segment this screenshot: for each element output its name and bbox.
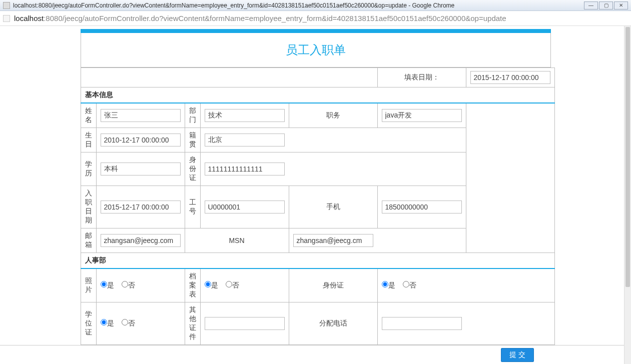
other-cert-input[interactable] xyxy=(205,317,285,330)
submit-button[interactable]: 提 交 xyxy=(501,348,534,362)
radio-yes-label: 是 xyxy=(107,319,114,327)
section-hr: 人事部 xyxy=(81,253,554,269)
idcard2-radio-group: 是 否 xyxy=(377,268,554,302)
radio-yes-label: 是 xyxy=(107,281,114,289)
label-idcard2: 身份证 xyxy=(289,268,377,302)
fill-date-input[interactable] xyxy=(470,71,550,84)
window-title: localhost:8080/jeecg/autoFormController.… xyxy=(13,2,454,9)
fill-date-cell xyxy=(466,68,554,88)
degree-no-radio[interactable] xyxy=(122,319,128,326)
radio-no-label: 否 xyxy=(409,281,416,289)
url-host: localhost xyxy=(14,14,44,22)
window-titlebar: localhost:8080/jeecg/autoFormController.… xyxy=(0,0,631,11)
radio-yes-label: 是 xyxy=(211,281,218,289)
photo-radio-group: 是 否 xyxy=(96,268,185,302)
dept-input[interactable] xyxy=(205,109,285,122)
idcard-input[interactable] xyxy=(205,162,285,176)
window-favicon xyxy=(3,2,10,9)
label-photo: 照片 xyxy=(81,268,96,302)
label-other-cert: 其他证件 xyxy=(185,302,200,345)
label-duty: 职务 xyxy=(289,103,377,128)
fill-date-label: 填表日期： xyxy=(377,68,466,88)
label-name: 姓名 xyxy=(81,103,96,128)
label-emp-no: 工号 xyxy=(185,186,200,228)
radio-no-label: 否 xyxy=(128,319,135,327)
photo-area xyxy=(466,103,554,253)
radio-no-label: 否 xyxy=(128,281,135,289)
assign-phone-input[interactable] xyxy=(382,317,462,330)
label-assign-phone: 分配电话 xyxy=(289,302,377,345)
page-icon xyxy=(3,15,10,22)
label-native: 籍贯 xyxy=(185,128,200,152)
degree-yes-radio[interactable] xyxy=(101,319,107,326)
radio-yes-label: 是 xyxy=(388,281,395,289)
radio-no-label: 否 xyxy=(232,281,239,289)
label-mobile: 手机 xyxy=(289,186,377,228)
browser-addressbar[interactable]: localhost:8080/jeecg/autoFormController.… xyxy=(0,11,631,26)
duty-input[interactable] xyxy=(382,109,462,122)
url-rest: :8080/jeecg/autoFormController.do?viewCo… xyxy=(44,14,506,22)
label-archive: 档案表 xyxy=(185,268,200,302)
native-input[interactable] xyxy=(205,134,285,146)
label-entry-date: 入职日期 xyxy=(81,186,96,228)
url-text: localhost:8080/jeecg/autoFormController.… xyxy=(14,14,506,22)
section-basic-info: 基本信息 xyxy=(81,88,554,104)
form-wrapper: 员工入职单 填表日期： 基本信息 姓名 部门 职务 xyxy=(81,26,551,364)
label-edu: 学历 xyxy=(81,152,96,186)
msn-input[interactable] xyxy=(293,234,373,247)
name-input[interactable] xyxy=(101,109,181,122)
window-close-button[interactable]: ✕ xyxy=(614,2,628,10)
scrollbar-thumb[interactable] xyxy=(625,27,630,287)
emp-no-input[interactable] xyxy=(205,200,285,214)
label-degree-cert: 学位证 xyxy=(81,302,96,345)
edu-input[interactable] xyxy=(101,162,181,176)
header-accent-bar xyxy=(81,29,551,33)
label-msn: MSN xyxy=(185,228,289,253)
archive-yes-radio[interactable] xyxy=(205,281,211,288)
window-minimize-button[interactable]: — xyxy=(584,2,598,10)
email-input[interactable] xyxy=(101,234,181,247)
mobile-input[interactable] xyxy=(382,200,462,214)
photo-yes-radio[interactable] xyxy=(101,281,107,288)
viewport: 员工入职单 填表日期： 基本信息 姓名 部门 职务 xyxy=(0,26,631,364)
entry-date-input[interactable] xyxy=(101,200,181,214)
spacer-cell xyxy=(81,68,377,88)
idcard2-no-radio[interactable] xyxy=(403,281,409,288)
window-maximize-button[interactable]: ▢ xyxy=(599,2,613,10)
label-idcard: 身份证 xyxy=(185,152,200,186)
form-table: 填表日期： 基本信息 姓名 部门 职务 生日 籍贯 xyxy=(81,68,555,364)
label-dept: 部门 xyxy=(185,103,200,128)
degree-cert-radio-group: 是 否 xyxy=(96,302,185,345)
label-email: 邮箱 xyxy=(81,228,96,253)
vertical-scrollbar[interactable] xyxy=(624,26,631,364)
label-birthday: 生日 xyxy=(81,128,96,152)
birthday-input[interactable] xyxy=(101,134,181,146)
photo-no-radio[interactable] xyxy=(122,281,128,288)
submit-bar: 提 交 xyxy=(0,345,624,364)
idcard2-yes-radio[interactable] xyxy=(382,281,388,288)
form-title: 员工入职单 xyxy=(81,33,551,68)
archive-radio-group: 是 否 xyxy=(200,268,289,302)
archive-no-radio[interactable] xyxy=(226,281,232,288)
